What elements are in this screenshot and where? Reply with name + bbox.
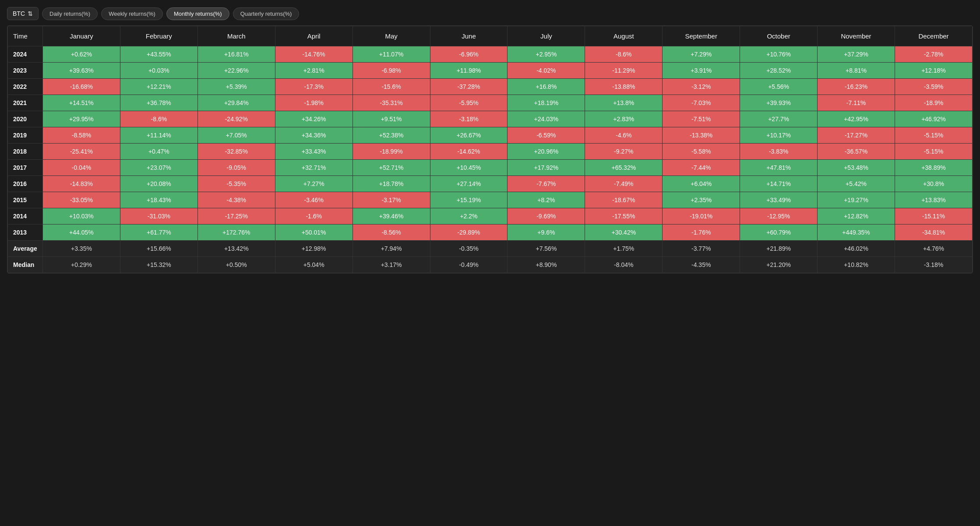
- median-cell: +0.50%: [197, 257, 275, 273]
- value-cell: +42.95%: [818, 111, 895, 127]
- value-cell: +16.8%: [508, 79, 585, 95]
- median-cell: +21.20%: [740, 257, 818, 273]
- value-cell: +39.63%: [43, 63, 120, 79]
- value-cell: +18.43%: [120, 192, 197, 208]
- value-cell: -8.56%: [353, 224, 430, 241]
- value-cell: -15.11%: [895, 208, 972, 224]
- average-label: Average: [8, 241, 43, 257]
- value-cell: +46.92%: [895, 111, 972, 127]
- average-cell: +1.75%: [585, 241, 663, 257]
- median-cell: +5.04%: [275, 257, 353, 273]
- tab-quarterly[interactable]: Quarterly returns(%): [233, 7, 300, 20]
- value-cell: +0.47%: [120, 144, 197, 160]
- value-cell: -35.31%: [353, 95, 430, 111]
- value-cell: -11.29%: [585, 63, 663, 79]
- average-cell: +7.56%: [508, 241, 585, 257]
- col-header-march: March: [197, 26, 275, 46]
- value-cell: -19.01%: [663, 208, 740, 224]
- value-cell: +32.71%: [275, 160, 353, 176]
- value-cell: -1.98%: [275, 95, 353, 111]
- value-cell: -17.27%: [818, 127, 895, 144]
- value-cell: +15.19%: [430, 192, 508, 208]
- median-cell: +0.29%: [43, 257, 120, 273]
- value-cell: +2.81%: [275, 63, 353, 79]
- value-cell: +37.29%: [818, 46, 895, 63]
- tab-daily[interactable]: Daily returns(%): [42, 7, 98, 20]
- value-cell: +24.03%: [508, 111, 585, 127]
- toolbar: BTC ⇅ Daily returns(%) Weekly returns(%)…: [7, 7, 973, 20]
- value-cell: -36.57%: [818, 144, 895, 160]
- table-row: 2023+39.63%+0.03%+22.96%+2.81%-6.98%+11.…: [8, 63, 973, 79]
- value-cell: -4.6%: [585, 127, 663, 144]
- value-cell: -2.78%: [895, 46, 972, 63]
- value-cell: +11.14%: [120, 127, 197, 144]
- value-cell: -9.27%: [585, 144, 663, 160]
- value-cell: +5.56%: [740, 79, 818, 95]
- value-cell: -3.83%: [740, 144, 818, 160]
- value-cell: +29.84%: [197, 95, 275, 111]
- value-cell: -5.35%: [197, 176, 275, 192]
- value-cell: +14.71%: [740, 176, 818, 192]
- average-cell: +4.76%: [895, 241, 972, 257]
- col-header-time: Time: [8, 26, 43, 46]
- value-cell: -31.03%: [120, 208, 197, 224]
- median-cell: -0.49%: [430, 257, 508, 273]
- average-cell: +21.89%: [740, 241, 818, 257]
- value-cell: +52.71%: [353, 160, 430, 176]
- value-cell: +2.2%: [430, 208, 508, 224]
- table-row: 2015-33.05%+18.43%-4.38%-3.46%-3.17%+15.…: [8, 192, 973, 208]
- value-cell: -4.02%: [508, 63, 585, 79]
- median-cell: +8.90%: [508, 257, 585, 273]
- col-header-february: February: [120, 26, 197, 46]
- value-cell: +39.46%: [353, 208, 430, 224]
- value-cell: +20.08%: [120, 176, 197, 192]
- median-cell: +15.32%: [120, 257, 197, 273]
- value-cell: -7.67%: [508, 176, 585, 192]
- value-cell: +9.51%: [353, 111, 430, 127]
- table-row: 2016-14.83%+20.08%-5.35%+7.27%+18.78%+27…: [8, 176, 973, 192]
- value-cell: +7.29%: [663, 46, 740, 63]
- value-cell: +27.7%: [740, 111, 818, 127]
- value-cell: -5.95%: [430, 95, 508, 111]
- col-header-january: January: [43, 26, 120, 46]
- value-cell: -9.69%: [508, 208, 585, 224]
- value-cell: +17.92%: [508, 160, 585, 176]
- year-cell: 2016: [8, 176, 43, 192]
- tab-monthly[interactable]: Monthly returns(%): [166, 7, 229, 20]
- value-cell: +18.78%: [353, 176, 430, 192]
- median-label: Median: [8, 257, 43, 273]
- value-cell: -14.76%: [275, 46, 353, 63]
- value-cell: -24.92%: [197, 111, 275, 127]
- value-cell: +36.78%: [120, 95, 197, 111]
- average-cell: +15.66%: [120, 241, 197, 257]
- year-cell: 2013: [8, 224, 43, 241]
- asset-selector[interactable]: BTC ⇅: [7, 7, 39, 20]
- col-header-december: December: [895, 26, 972, 46]
- value-cell: +61.77%: [120, 224, 197, 241]
- median-row: Median+0.29%+15.32%+0.50%+5.04%+3.17%-0.…: [8, 257, 973, 273]
- average-cell: +12.98%: [275, 241, 353, 257]
- value-cell: -7.03%: [663, 95, 740, 111]
- tab-weekly[interactable]: Weekly returns(%): [101, 7, 163, 20]
- value-cell: +22.96%: [197, 63, 275, 79]
- value-cell: +12.18%: [895, 63, 972, 79]
- value-cell: +27.14%: [430, 176, 508, 192]
- value-cell: +10.03%: [43, 208, 120, 224]
- table-header-row: Time January February March April May Ju…: [8, 26, 973, 46]
- average-cell: +13.42%: [197, 241, 275, 257]
- value-cell: +13.8%: [585, 95, 663, 111]
- value-cell: +10.17%: [740, 127, 818, 144]
- value-cell: -18.67%: [585, 192, 663, 208]
- value-cell: +19.27%: [818, 192, 895, 208]
- value-cell: -3.12%: [663, 79, 740, 95]
- value-cell: -6.98%: [353, 63, 430, 79]
- value-cell: -3.46%: [275, 192, 353, 208]
- table-row: 2024+0.62%+43.55%+16.81%-14.76%+11.07%-6…: [8, 46, 973, 63]
- value-cell: -5.58%: [663, 144, 740, 160]
- value-cell: +6.04%: [663, 176, 740, 192]
- value-cell: +28.52%: [740, 63, 818, 79]
- median-cell: -3.18%: [895, 257, 972, 273]
- year-cell: 2022: [8, 79, 43, 95]
- value-cell: -8.58%: [43, 127, 120, 144]
- value-cell: -7.44%: [663, 160, 740, 176]
